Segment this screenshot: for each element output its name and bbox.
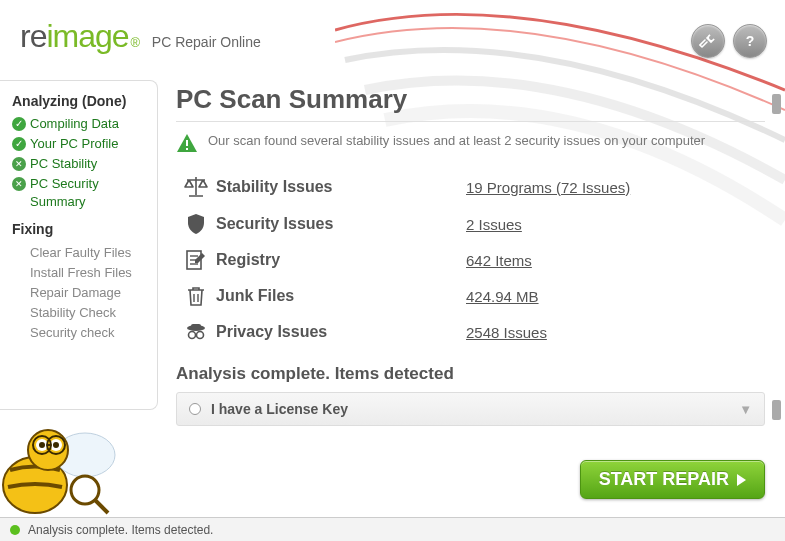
issue-row-registry: Registry 642 Items [176, 242, 765, 278]
sidebar-section-analyzing: Analyzing (Done) [12, 93, 149, 109]
issue-value-link[interactable]: 2548 Issues [466, 324, 547, 341]
sidebar-item-install-fresh[interactable]: Install Fresh Files [12, 263, 149, 283]
issue-label: Privacy Issues [216, 323, 466, 341]
spy-icon [184, 320, 208, 344]
tools-icon [699, 32, 717, 50]
logo-text-image: image [46, 18, 128, 55]
sidebar-item-label: PC Stability [30, 155, 97, 173]
radio-icon [189, 403, 201, 415]
issue-value-link[interactable]: 19 Programs (72 Issues) [466, 179, 630, 196]
play-icon [737, 474, 746, 486]
issue-label: Registry [216, 251, 466, 269]
sidebar: Analyzing (Done) Compiling Data Your PC … [0, 80, 158, 410]
analysis-heading: Analysis complete. Items detected [176, 364, 765, 384]
warning-icon [176, 132, 198, 154]
header: reimage® PC Repair Online ? [0, 0, 785, 80]
svg-rect-15 [186, 148, 188, 150]
issue-row-stability: Stability Issues 19 Programs (72 Issues) [176, 168, 765, 206]
help-icon: ? [741, 32, 759, 50]
issue-label: Junk Files [216, 287, 466, 305]
logo-text-re: re [20, 18, 46, 55]
check-icon [12, 117, 26, 131]
sidebar-item-label: Your PC Profile [30, 135, 118, 153]
sidebar-section-fixing: Fixing [12, 221, 149, 237]
sidebar-item-security-check[interactable]: Security check [12, 323, 149, 343]
sidebar-item-pc-profile[interactable]: Your PC Profile [12, 135, 149, 153]
alert-text: Our scan found several stability issues … [208, 132, 705, 150]
tools-button[interactable] [691, 24, 725, 58]
cross-icon [12, 177, 26, 191]
start-repair-label: START REPAIR [599, 469, 729, 490]
logo-registered: ® [131, 35, 141, 50]
svg-point-6 [39, 442, 45, 448]
sidebar-item-label: Compiling Data [30, 115, 119, 133]
scales-icon [183, 174, 209, 200]
sidebar-item-clear-faulty[interactable]: Clear Faulty Files [12, 243, 149, 263]
svg-point-12 [71, 476, 99, 504]
sidebar-item-compiling-data[interactable]: Compiling Data [12, 115, 149, 133]
issue-label: Security Issues [216, 215, 466, 233]
license-key-toggle[interactable]: I have a License Key ▼ [176, 392, 765, 426]
start-repair-button[interactable]: START REPAIR [580, 460, 765, 499]
issue-row-security: Security Issues 2 Issues [176, 206, 765, 242]
svg-rect-23 [191, 324, 201, 328]
alert-message: Our scan found several stability issues … [176, 132, 765, 154]
logo: reimage® [20, 18, 140, 55]
svg-point-25 [197, 332, 204, 339]
status-bar: Analysis complete. Items detected. [0, 517, 785, 541]
page-title: PC Scan Summary [176, 84, 765, 122]
sidebar-item-stability-check[interactable]: Stability Check [12, 303, 149, 323]
issue-row-privacy: Privacy Issues 2548 Issues [176, 314, 765, 350]
registry-icon [184, 248, 208, 272]
trash-icon [184, 284, 208, 308]
svg-point-24 [189, 332, 196, 339]
issue-value-link[interactable]: 424.94 MB [466, 288, 539, 305]
svg-rect-14 [186, 140, 188, 146]
issue-label: Stability Issues [216, 178, 466, 196]
sidebar-item-pc-security[interactable]: PC Security Summary [12, 175, 149, 211]
main-panel: PC Scan Summary Our scan found several s… [158, 80, 785, 515]
svg-line-13 [95, 500, 108, 513]
issue-value-link[interactable]: 642 Items [466, 252, 532, 269]
shield-icon [184, 212, 208, 236]
svg-text:?: ? [746, 33, 755, 49]
svg-point-8 [53, 442, 59, 448]
sidebar-item-pc-stability[interactable]: PC Stability [12, 155, 149, 173]
sidebar-item-label: PC Security Summary [30, 175, 149, 211]
sidebar-item-repair-damage[interactable]: Repair Damage [12, 283, 149, 303]
check-icon [12, 137, 26, 151]
issue-value-link[interactable]: 2 Issues [466, 216, 522, 233]
help-button[interactable]: ? [733, 24, 767, 58]
tagline: PC Repair Online [152, 34, 261, 50]
license-label: I have a License Key [211, 401, 729, 417]
chevron-down-icon: ▼ [739, 402, 752, 417]
status-text: Analysis complete. Items detected. [28, 523, 213, 537]
mascot-bee-icon [0, 395, 130, 525]
cross-icon [12, 157, 26, 171]
status-dot-icon [10, 525, 20, 535]
issue-row-junk: Junk Files 424.94 MB [176, 278, 765, 314]
